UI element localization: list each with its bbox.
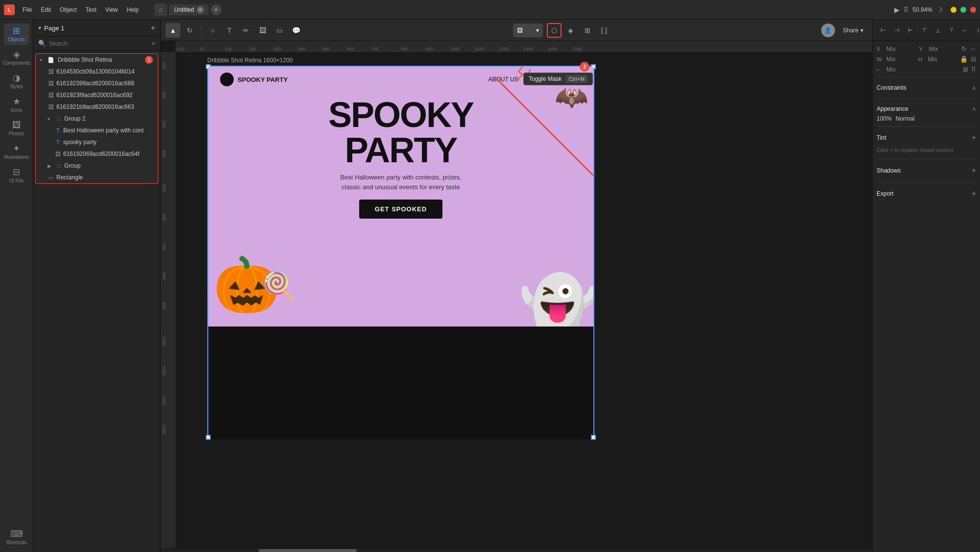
align-right-button[interactable]: ⊢ bbox=[904, 24, 917, 37]
scrollbar-thumb[interactable] bbox=[259, 549, 357, 552]
constraints-section[interactable]: Constraints ∧ bbox=[877, 81, 976, 94]
home-button[interactable]: ⌂ bbox=[154, 3, 167, 16]
grid-view-button[interactable]: ⊞ bbox=[580, 23, 595, 38]
sidebar-item-illustrations[interactable]: ✦ Illustrations bbox=[4, 141, 29, 163]
constrain-icon[interactable]: ⊟ bbox=[971, 55, 976, 63]
play-button[interactable]: ▶ bbox=[894, 6, 900, 14]
page-collapse-arrow[interactable]: ▾ bbox=[38, 25, 41, 31]
layer-img5[interactable]: 🖼 616192069acd6200016ac64f bbox=[36, 148, 158, 160]
add-tab-button[interactable]: + bbox=[211, 4, 221, 15]
layer-name: 6164530cb09a130001046014 bbox=[56, 68, 153, 75]
export-section[interactable]: Export + bbox=[877, 186, 976, 201]
spacing-icon[interactable]: ⊞ bbox=[963, 66, 968, 73]
align-center-v-button[interactable]: ⊥ bbox=[931, 24, 944, 37]
grid-button[interactable]: ⠿ bbox=[904, 6, 908, 14]
tab-untitled[interactable]: Untitled × bbox=[169, 4, 209, 15]
menu-edit[interactable]: Edit bbox=[37, 5, 55, 15]
text-tool[interactable]: T bbox=[222, 23, 237, 38]
sidebar-item-objects[interactable]: ⊞ Objects bbox=[4, 24, 29, 45]
horizontal-scrollbar[interactable] bbox=[161, 548, 872, 552]
tint-add-button[interactable]: + bbox=[972, 133, 976, 142]
menu-bar: File Edit Object Text View Help bbox=[19, 5, 143, 15]
minimize-button[interactable] bbox=[951, 7, 956, 13]
align-left-button[interactable]: ⊢ bbox=[877, 24, 889, 37]
sidebar-item-photos[interactable]: 🖼 Photos bbox=[4, 118, 29, 139]
mask-button[interactable]: ⬡ bbox=[547, 23, 562, 38]
layer-name: 6161921b9acd6200016ac663 bbox=[56, 103, 153, 110]
ruler-vertical: 100 200 300 400 500 600 700 800 900 1000… bbox=[161, 52, 175, 548]
rotate-icon[interactable]: ↻ bbox=[961, 45, 967, 52]
menu-file[interactable]: File bbox=[19, 5, 36, 15]
layer-text1[interactable]: T Best Halloween party with cont bbox=[36, 125, 158, 136]
ellipse-tool[interactable]: ○ bbox=[205, 23, 220, 38]
share-button[interactable]: Appearance Share ▾ bbox=[839, 25, 867, 36]
sidebar-item-styles[interactable]: ◑ Styles bbox=[4, 71, 29, 92]
sidebar-item-ui-kits[interactable]: ⊟ UI Kits bbox=[4, 165, 29, 186]
shadows-section[interactable]: Shadows + bbox=[877, 163, 976, 178]
export-add-button[interactable]: + bbox=[972, 189, 976, 198]
distribute-h-button[interactable]: ↔ bbox=[958, 24, 971, 37]
design-cta-button[interactable]: GET SPOOKED bbox=[359, 200, 442, 219]
shortcuts-icon: ⌨ bbox=[10, 529, 23, 538]
page-title: Page 1 bbox=[44, 25, 148, 32]
layer-group2[interactable]: ▾ □ Group 2 bbox=[36, 113, 158, 125]
flip-icon[interactable]: ↔ bbox=[970, 45, 976, 52]
image-tool[interactable]: 🖼 bbox=[255, 23, 270, 38]
align-bottom-button[interactable]: ⊤ bbox=[945, 24, 958, 37]
sidebar-item-shortcuts[interactable]: ⌨ Shortcuts bbox=[4, 527, 29, 548]
search-clear-button[interactable]: × bbox=[151, 40, 155, 47]
shadows-add-button[interactable]: + bbox=[972, 166, 976, 175]
tooltip-shortcut: Ctrl+M bbox=[565, 75, 588, 83]
styles-icon: ◑ bbox=[13, 74, 21, 82]
comment-tool[interactable]: 💬 bbox=[289, 23, 303, 38]
export-title: Export bbox=[877, 190, 894, 197]
select-tool[interactable]: ▲ bbox=[166, 23, 180, 38]
frame-dropdown-icon: ▾ bbox=[536, 27, 539, 34]
tool-separator bbox=[201, 25, 201, 35]
distribute-v-button[interactable]: ↕ bbox=[972, 24, 980, 37]
tint-section[interactable]: Tint + bbox=[877, 130, 976, 145]
menu-view[interactable]: View bbox=[101, 5, 122, 15]
theme-toggle[interactable]: ☽ bbox=[936, 6, 943, 14]
close-button[interactable] bbox=[970, 7, 976, 13]
handle-bl[interactable] bbox=[206, 435, 211, 440]
handle-br[interactable] bbox=[591, 435, 596, 440]
menu-text[interactable]: Text bbox=[82, 5, 100, 15]
components-icon: ◈ bbox=[13, 50, 20, 59]
image-icon: 🖼 bbox=[48, 92, 54, 98]
align-top-button[interactable]: ⊤ bbox=[918, 24, 931, 37]
maximize-button[interactable] bbox=[960, 7, 966, 13]
layer-img1[interactable]: 🖼 6164530cb09a130001046014 bbox=[36, 66, 158, 77]
search-input[interactable] bbox=[49, 40, 148, 47]
h-value: Mix bbox=[928, 56, 937, 63]
component-button[interactable]: ◈ bbox=[564, 23, 578, 38]
layer-badge: 1 bbox=[145, 56, 153, 64]
align-center-h-button[interactable]: ⊣ bbox=[890, 24, 903, 37]
layer-group1[interactable]: ▶ □ Group bbox=[36, 160, 158, 172]
canvas-viewport[interactable]: Dribbble Shot Retina 1600×1200 bbox=[175, 52, 872, 548]
layer-img2[interactable]: 🖼 616192399acd6200016ac688 bbox=[36, 77, 158, 89]
frame-label-button[interactable]: 🖼 ▾ bbox=[513, 24, 543, 37]
layer-img4[interactable]: 🖼 6161921b9acd6200016ac663 bbox=[36, 101, 158, 113]
add-page-button[interactable]: + bbox=[151, 24, 155, 32]
sidebar-item-components[interactable]: ◈ Components bbox=[4, 47, 29, 69]
distribute-tools: ↔ ↕ bbox=[958, 24, 980, 37]
objects-icon: ⊞ bbox=[13, 26, 20, 35]
sidebar-item-icons[interactable]: ★ Icons bbox=[4, 94, 29, 116]
layer-text2[interactable]: T spooky party bbox=[36, 136, 158, 148]
distribute-icon[interactable]: ⠿ bbox=[971, 66, 976, 73]
pen-tool[interactable]: ✏ bbox=[239, 23, 253, 38]
design-frame[interactable]: SPOOKY PARTY ABOUT US RULES SIGN UP bbox=[207, 66, 594, 438]
appearance-section[interactable]: Appearance ∧ bbox=[877, 102, 976, 115]
layer-img3[interactable]: 🖼 6161923f9acd6200016ac692 bbox=[36, 89, 158, 101]
lock-ratio-icon[interactable]: 🔒 bbox=[960, 55, 968, 63]
rotate-tool[interactable]: ↻ bbox=[182, 23, 197, 38]
layer-dribbble-shot[interactable]: ▾ 📄 Dribbble Shot Retina 1 bbox=[36, 54, 158, 66]
rectangle-tool[interactable]: ▭ bbox=[272, 23, 287, 38]
menu-object[interactable]: Object bbox=[56, 5, 81, 15]
preview-button[interactable]: ⟦⟧ bbox=[597, 23, 612, 38]
tab-close-button[interactable]: × bbox=[197, 6, 204, 13]
menu-help[interactable]: Help bbox=[123, 5, 143, 15]
layer-rectangle[interactable]: ▭ Rectangle bbox=[36, 172, 158, 183]
mask-tool-group: ⬡ ◈ ⊞ ⟦⟧ bbox=[547, 23, 612, 38]
